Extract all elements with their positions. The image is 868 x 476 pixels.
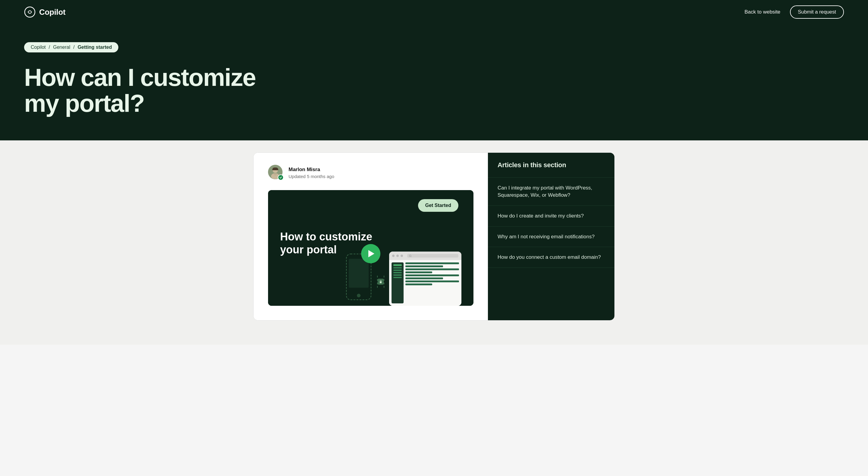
author-name: Marlon Misra (288, 167, 334, 173)
breadcrumb-sep-1: / (49, 44, 50, 50)
ui-mockups (345, 251, 461, 306)
author-badge (278, 174, 284, 180)
hero-section: Copilot / General / Getting started How … (0, 24, 868, 140)
author-updated: Updated 5 months ago (288, 174, 334, 179)
svg-line-9 (411, 257, 412, 257)
back-to-website-link[interactable]: Back to website (745, 9, 780, 15)
breadcrumb: Copilot / General / Getting started (24, 42, 118, 52)
sidebar-article-item[interactable]: Can I integrate my portal with WordPress… (488, 178, 614, 206)
avatar-wrapper (268, 165, 284, 180)
sidebar-articles-list: Can I integrate my portal with WordPress… (488, 178, 614, 268)
header-nav: Back to website Submit a request (745, 5, 844, 19)
sidebar-article-text: How do I create and invite my clients? (498, 213, 584, 219)
sidebar-title: Articles in this section (498, 161, 605, 169)
svg-rect-5 (349, 259, 369, 288)
author-row: Marlon Misra Updated 5 months ago (268, 165, 473, 180)
article-main: Marlon Misra Updated 5 months ago How to… (254, 153, 488, 320)
sidebar-article-text: Can I integrate my portal with WordPress… (498, 185, 592, 198)
breadcrumb-sep-2: / (73, 44, 74, 50)
sidebar-article-text: Why am I not receiving email notificatio… (498, 234, 594, 239)
logo-icon (24, 6, 35, 18)
breadcrumb-current: Getting started (78, 44, 112, 50)
svg-point-0 (25, 7, 35, 17)
logo[interactable]: Copilot (24, 6, 65, 18)
play-button[interactable] (361, 244, 380, 263)
play-icon (368, 250, 374, 257)
sidebar-article-item[interactable]: How do you connect a custom email domain… (488, 247, 614, 268)
article-sidebar: Articles in this section Can I integrate… (488, 153, 614, 320)
browser-mockup (389, 251, 461, 306)
get-started-button[interactable]: Get Started (418, 199, 458, 212)
breadcrumb-section[interactable]: General (53, 44, 70, 50)
svg-point-8 (409, 255, 411, 257)
sidebar-header: Articles in this section (488, 153, 614, 178)
svg-point-6 (357, 294, 361, 297)
site-header: Copilot Back to website Submit a request (0, 0, 868, 24)
video-thumbnail[interactable]: How to customize your portal Get Started (268, 190, 473, 306)
sidebar-article-text: How do you connect a custom email domain… (498, 254, 601, 260)
sidebar-article-item[interactable]: How do I create and invite my clients? (488, 206, 614, 227)
submit-request-button[interactable]: Submit a request (790, 5, 844, 19)
svg-rect-7 (380, 281, 381, 283)
author-info: Marlon Misra Updated 5 months ago (288, 167, 334, 179)
content-wrapper: Marlon Misra Updated 5 months ago How to… (253, 152, 615, 321)
logo-text: Copilot (39, 7, 65, 17)
sidebar-article-item[interactable]: Why am I not receiving email notificatio… (488, 227, 614, 247)
page-title: How can I customize my portal? (24, 64, 295, 116)
content-area: Marlon Misra Updated 5 months ago How to… (0, 140, 868, 345)
breadcrumb-home[interactable]: Copilot (31, 44, 46, 50)
